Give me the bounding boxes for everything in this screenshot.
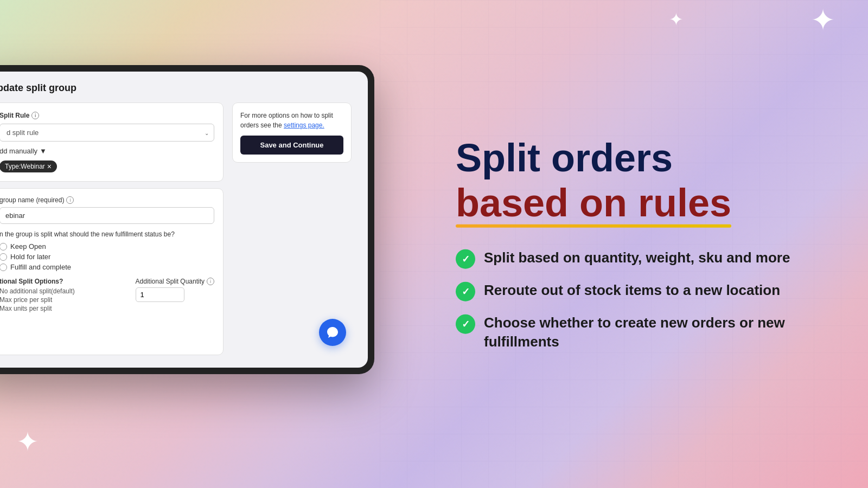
radio-icon [0, 253, 7, 261]
headline-line1: Split orders [456, 137, 825, 179]
add-manually-button[interactable]: dd manually ▼ [0, 147, 214, 155]
page-title: Update split group [0, 82, 352, 94]
split-rule-label: Split Rule i [0, 112, 214, 119]
marketing-section: Split orders based on rules Split based … [456, 137, 825, 352]
group-name-input[interactable] [0, 207, 214, 224]
fulfillment-keep-open[interactable]: Keep Open [0, 242, 214, 251]
split-options-left: tional Split Options? No additional spli… [0, 278, 125, 313]
check-icon-3 [456, 314, 475, 334]
split-qty-info-icon[interactable]: i [207, 278, 214, 285]
device-frame: Update split group Split Rule i d split … [0, 65, 374, 374]
group-name-label: group name (required) i [0, 196, 214, 204]
split-rule-card: Split Rule i d split rule ⌄ dd manually … [0, 102, 224, 182]
main-layout: Split Rule i d split rule ⌄ dd manually … [0, 102, 352, 355]
info-card: For more options on how to split orders … [232, 102, 352, 163]
app-ui: Update split group Split Rule i d split … [0, 72, 368, 368]
tag-close-icon[interactable]: × [47, 163, 52, 170]
device-screen: Update split group Split Rule i d split … [0, 72, 368, 368]
star-decoration-top-right: ✦ [810, 5, 835, 35]
chat-bubble-button[interactable] [319, 319, 346, 346]
split-rule-select[interactable]: d split rule [0, 124, 214, 142]
additional-split-options-label: tional Split Options? [0, 278, 125, 285]
headline-line2: based on rules [456, 182, 731, 224]
save-and-continue-button[interactable]: Save and Continue [240, 136, 343, 155]
feature-text-1: Split based on quantity, weight, sku and… [484, 248, 790, 267]
feature-list: Split based on quantity, weight, sku and… [456, 248, 825, 351]
split-option-max-price: Max price per split [0, 296, 125, 304]
feature-item-2: Reroute out of stock items to a new loca… [456, 281, 825, 301]
feature-text-2: Reroute out of stock items to a new loca… [484, 281, 780, 300]
chevron-down-icon: ▼ [40, 147, 47, 155]
settings-page-link[interactable]: settings page. [284, 121, 324, 129]
additional-split-qty-label: Additional Split Quantity i [136, 278, 214, 285]
star-decoration-bottom-left: ✦ [16, 428, 39, 455]
split-qty-input[interactable] [136, 287, 184, 302]
right-panel: For more options on how to split orders … [232, 102, 352, 355]
feature-item-1: Split based on quantity, weight, sku and… [456, 248, 825, 269]
split-rule-info-icon[interactable]: i [31, 112, 39, 119]
feature-text-3: Choose whether to create new orders or n… [484, 313, 825, 351]
split-option-default: No additional split(default) [0, 287, 125, 295]
split-rule-chevron-icon: ⌄ [205, 130, 209, 136]
feature-item-3: Choose whether to create new orders or n… [456, 313, 825, 351]
check-icon-1 [456, 249, 475, 269]
type-webinar-tag: Type:Webinar × [0, 160, 57, 172]
group-settings-card: group name (required) i n the group is s… [0, 188, 224, 355]
group-name-info-icon[interactable]: i [66, 196, 74, 204]
info-card-text: For more options on how to split orders … [240, 111, 343, 130]
fulfillment-hold-later[interactable]: Hold for later [0, 253, 214, 261]
radio-icon [0, 243, 7, 251]
fulfillment-fulfill-complete[interactable]: Fulfill and complete [0, 263, 214, 271]
left-panel: Split Rule i d split rule ⌄ dd manually … [0, 102, 224, 355]
fulfillment-question-label: n the group is split what should the new… [0, 230, 214, 238]
split-rule-select-wrapper: d split rule ⌄ [0, 124, 214, 142]
split-option-max-units: Max units per split [0, 305, 125, 312]
check-icon-2 [456, 282, 475, 301]
additional-split-options-row: tional Split Options? No additional spli… [0, 278, 214, 313]
radio-icon [0, 264, 7, 271]
star-decoration-top-left: ✦ [669, 11, 684, 28]
split-options-right: Additional Split Quantity i [136, 278, 214, 302]
